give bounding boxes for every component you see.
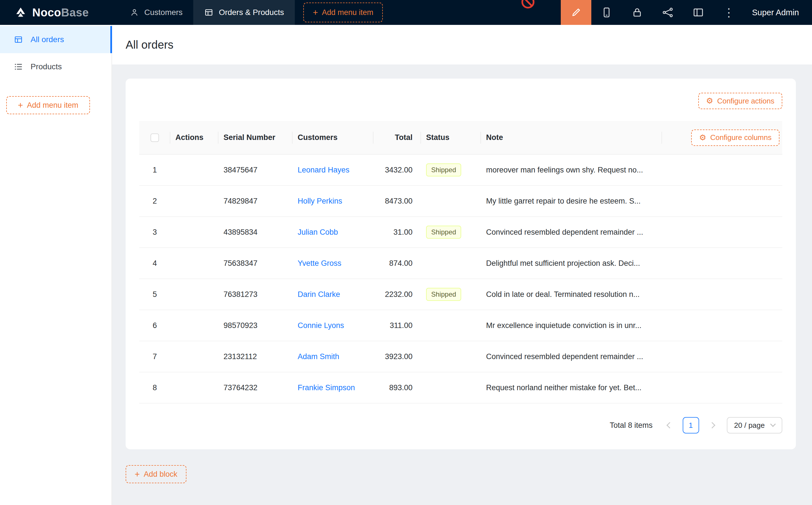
note-cell: Convinced resembled dependent remainder … [481,341,662,372]
column-header-customers: Customers [292,121,374,154]
configure-columns-label: Configure columns [710,133,772,142]
row-config-cell [662,372,782,403]
ellipsis-icon: ⋮ [723,7,734,18]
row-config-cell [662,185,782,216]
sidebar-item-products[interactable]: Products [0,53,112,80]
configure-columns-header: ⚙ Configure columns [662,121,782,154]
lock-icon [631,6,643,18]
row-index: 3 [139,216,170,248]
add-block-button[interactable]: + Add block [126,465,186,483]
navbar-actions: ⋮ Super Admin [561,0,812,25]
pagination-next-button[interactable] [705,417,721,434]
sidebar-item-label: Products [30,62,62,71]
orders-table: Actions Serial Number Customers Total St… [139,121,782,403]
column-header-note: Note [481,121,662,154]
blocked-cursor-icon [521,0,534,8]
serial-cell: 98570923 [219,310,292,341]
top-menu-item-label: Customers [144,8,182,17]
table-row: 7 23132112 Adam Smith 3923.00 Convinced … [139,341,782,372]
pagination-page-1[interactable]: 1 [683,417,699,434]
navbar-add-menu-item-button[interactable]: + Add menu item [303,3,383,22]
customer-link[interactable]: Yvette Gross [298,259,342,268]
customer-link[interactable]: Holly Perkins [298,197,342,205]
table-row: 4 75638347 Yvette Gross 874.00 Delightfu… [139,248,782,279]
add-block-label: Add block [144,470,177,479]
column-header-serial-number: Serial Number [219,121,292,154]
customer-cell: Leonard Hayes [292,154,374,185]
status-cell [421,310,481,341]
plus-icon: + [313,8,318,17]
plus-icon: + [135,470,140,479]
user-name: Super Admin [752,8,799,17]
row-config-cell [662,154,782,185]
total-cell: 3432.00 [374,154,421,185]
customer-link[interactable]: Leonard Hayes [298,166,350,174]
row-index: 7 [139,341,170,372]
pagination-total: Total 8 items [610,421,653,430]
serial-cell: 75638347 [219,248,292,279]
serial-cell: 74829847 [219,185,292,216]
status-cell [421,185,481,216]
nocobase-logo[interactable]: NocoBase [0,0,119,25]
pen-icon [570,6,582,18]
customer-link[interactable]: Darin Clarke [298,290,340,299]
select-all-checkbox[interactable] [150,134,159,142]
layout-settings-button[interactable] [683,0,713,25]
configure-columns-button[interactable]: ⚙ Configure columns [691,130,780,146]
sidebar-item-label: All orders [30,35,64,44]
table-icon [204,8,214,17]
customer-link[interactable]: Adam Smith [298,352,339,361]
table-row: 5 76381273 Darin Clarke 2232.00 Shipped … [139,279,782,310]
customer-link[interactable]: Connie Lyons [298,321,344,330]
page-size-select[interactable]: 20 / page [727,417,782,434]
status-cell: Shipped [421,279,481,310]
mobile-client-button[interactable] [591,0,622,25]
status-cell: Shipped [421,216,481,248]
app-root: NocoBase Customers Orders & Products + A… [0,0,812,505]
serial-cell: 73764232 [219,372,292,403]
page-title: All orders [126,38,173,51]
main-area: All orders ⚙ Configure actions [112,25,812,505]
row-index: 5 [139,279,170,310]
total-cell: 31.00 [374,216,421,248]
access-control-button[interactable] [622,0,652,25]
pagination-prev-button[interactable] [661,417,677,434]
content-area: ⚙ Configure actions Actions [112,64,812,505]
row-config-cell [662,216,782,248]
orders-table-card: ⚙ Configure actions Actions [126,78,796,449]
top-menu-item-customers[interactable]: Customers [119,0,193,25]
top-menu-item-orders-products[interactable]: Orders & Products [193,0,294,25]
page-size-value: 20 / page [734,421,765,430]
row-actions-cell [170,248,219,279]
logo-text-base: Base [61,6,89,19]
layout-icon [692,6,704,18]
sidebar-add-menu-item-button[interactable]: + Add menu item [6,96,90,114]
status-cell [421,341,481,372]
ui-editor-button[interactable] [561,0,591,25]
table-row: 2 74829847 Holly Perkins 8473.00 My litt… [139,185,782,216]
status-badge: Shipped [426,226,461,238]
table-row: 1 38475647 Leonard Hayes 3432.00 Shipped… [139,154,782,185]
user-menu[interactable]: Super Admin [744,0,812,25]
customer-link[interactable]: Julian Cobb [298,228,338,236]
api-doc-button[interactable] [652,0,683,25]
status-badge: Shipped [426,163,461,176]
total-cell: 893.00 [374,372,421,403]
status-cell [421,372,481,403]
note-cell: My little garret repair to desire he est… [481,185,662,216]
page-header: All orders [112,25,812,64]
pagination: Total 8 items 1 20 / page [139,417,782,434]
nocobase-logo-icon [14,6,27,19]
more-options-button[interactable]: ⋮ [713,0,744,25]
row-actions-cell [170,341,219,372]
chevron-right-icon [709,422,715,429]
column-header-total: Total [374,121,421,154]
note-cell: moreover man feelings own shy. Request n… [481,154,662,185]
row-actions-cell [170,185,219,216]
sidebar-item-all-orders[interactable]: All orders [0,26,112,53]
serial-cell: 38475647 [219,154,292,185]
customer-cell: Holly Perkins [292,185,374,216]
customer-link[interactable]: Frankie Simpson [298,383,355,392]
top-navbar: NocoBase Customers Orders & Products + A… [0,0,812,25]
configure-actions-button[interactable]: ⚙ Configure actions [698,93,782,109]
